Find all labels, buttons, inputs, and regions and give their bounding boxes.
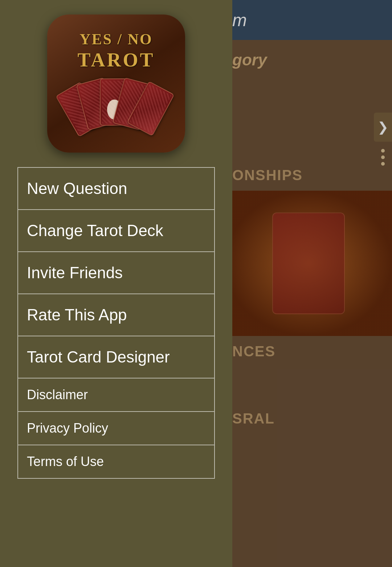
menu-item-rate-this-app[interactable]: Rate This App [17,294,215,336]
right-panel-section-3: SRAL [225,403,392,434]
menu-item-change-tarot-deck[interactable]: Change Tarot Deck [17,210,215,252]
menu-item-disclaimer[interactable]: Disclaimer [17,378,215,412]
logo-title-yes-no: YES / NO [79,31,152,48]
menu-item-terms-of-use[interactable]: Terms of Use [17,445,215,479]
app-logo: YES / NO TAROT [47,15,185,153]
background-card-image [225,191,392,336]
menu-item-privacy-policy[interactable]: Privacy Policy [17,412,215,445]
menu-item-new-question[interactable]: New Question [17,167,215,210]
right-panel-header: m [225,0,392,40]
menu-item-tarot-card-designer[interactable]: Tarot Card Designer [17,336,215,378]
dot-1 [381,149,385,153]
dot-2 [381,155,385,159]
card-fan [65,78,167,137]
right-panel-section-2: NCES [225,336,392,367]
logo-container: YES / NO TAROT [0,0,232,163]
sidebar-drawer: YES / NO TAROT New Question Change Tarot… [0,0,232,567]
dot-3 [381,162,385,166]
right-panel-section-1: ONSHIPS [225,160,392,191]
three-dots-menu[interactable] [377,145,388,169]
menu-list: New Question Change Tarot Deck Invite Fr… [0,163,232,482]
logo-title-tarot: TAROT [77,49,155,71]
right-panel-header-text: m [232,10,247,30]
menu-item-invite-friends[interactable]: Invite Friends [17,252,215,294]
right-panel-category: gory [225,40,392,80]
chevron-right-icon[interactable] [374,113,392,142]
right-panel: m gory ONSHIPS NCES SRAL [225,0,392,567]
